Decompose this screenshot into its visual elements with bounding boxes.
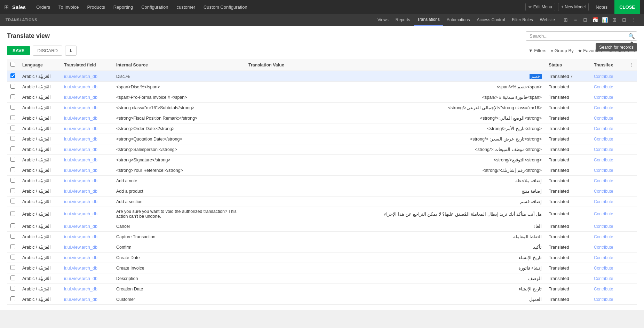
row-translation-value[interactable]: <strong>تاريخ عرض السعر: </strong>: [245, 134, 545, 144]
row-options[interactable]: [625, 155, 637, 165]
contribute-link[interactable]: Contribute: [594, 224, 613, 229]
search-icon[interactable]: 🔍: [628, 33, 635, 39]
row-checkbox[interactable]: [10, 255, 15, 259]
sec-link-filter-rules[interactable]: Filter Rules: [508, 14, 536, 26]
row-checkbox[interactable]: [10, 84, 15, 89]
contribute-link[interactable]: Contribute: [594, 126, 613, 131]
row-translation-value[interactable]: <strong>موظف المبيعات:</strong>: [245, 144, 545, 155]
contribute-link[interactable]: Contribute: [594, 95, 613, 100]
row-options[interactable]: [625, 144, 637, 155]
row-translation-value[interactable]: تأكيد: [245, 242, 545, 253]
row-translation-value[interactable]: الغاء: [245, 221, 545, 232]
row-checkbox-cell[interactable]: [7, 186, 19, 197]
nav-orders[interactable]: Orders: [32, 0, 54, 14]
row-transifex[interactable]: Contribute: [590, 232, 625, 242]
row-transifex[interactable]: Contribute: [590, 273, 625, 284]
row-checkbox[interactable]: [10, 234, 15, 239]
row-status[interactable]: Translated: [545, 242, 590, 253]
th-translation-value[interactable]: Translation Value: [245, 59, 545, 71]
sec-link-automations[interactable]: Automations: [443, 14, 474, 26]
row-checkbox[interactable]: [10, 115, 15, 120]
new-model-button[interactable]: + New Model: [558, 3, 589, 11]
row-checkbox-cell[interactable]: [7, 253, 19, 263]
close-button[interactable]: CLOSE: [614, 0, 640, 14]
row-checkbox-cell[interactable]: [7, 232, 19, 242]
row-transifex[interactable]: Contribute: [590, 176, 625, 186]
row-checkbox[interactable]: [10, 188, 15, 193]
row-status[interactable]: Translated: [545, 273, 590, 284]
row-checkbox-cell[interactable]: [7, 294, 19, 305]
row-checkbox-cell[interactable]: [7, 284, 19, 294]
row-translation-value[interactable]: <span>فاتورة مبدئية # </span>: [245, 92, 545, 103]
row-options[interactable]: [625, 273, 637, 284]
row-checkbox-cell[interactable]: [7, 263, 19, 273]
row-checkbox-cell[interactable]: [7, 103, 19, 113]
th-internal-source[interactable]: Internal Source: [113, 59, 245, 71]
row-translation-value[interactable]: إضافة ملاحظة: [245, 176, 545, 186]
row-options[interactable]: [625, 242, 637, 253]
row-transifex[interactable]: Contribute: [590, 294, 625, 305]
row-translation-value[interactable]: <span>خصم.%</span>: [245, 82, 545, 92]
view-map-icon[interactable]: ⊟: [620, 15, 629, 24]
contribute-link[interactable]: Contribute: [594, 255, 613, 260]
row-transifex[interactable]: Contribute: [590, 134, 625, 144]
row-transifex[interactable]: Contribute: [590, 92, 625, 103]
row-checkbox-cell[interactable]: [7, 176, 19, 186]
save-button[interactable]: SAVE: [7, 46, 30, 55]
row-status[interactable]: Translated: [545, 155, 590, 165]
row-translation-value[interactable]: <strong>الوضع المالي:</strong>: [245, 113, 545, 123]
row-status[interactable]: Translated: [545, 253, 590, 263]
row-translation-value[interactable]: العميل: [245, 294, 545, 305]
row-checkbox[interactable]: [10, 73, 15, 78]
row-status[interactable]: Translated: [545, 232, 590, 242]
row-checkbox-cell[interactable]: [7, 92, 19, 103]
row-status[interactable]: Translated: [545, 134, 590, 144]
row-checkbox-cell[interactable]: [7, 134, 19, 144]
row-options[interactable]: [625, 71, 637, 82]
row-translation-value[interactable]: تاريخ الإنشاء: [245, 253, 545, 263]
row-checkbox-cell[interactable]: [7, 273, 19, 284]
nav-configuration[interactable]: Configuration: [137, 0, 172, 14]
row-options[interactable]: [625, 82, 637, 92]
row-checkbox[interactable]: [10, 223, 15, 228]
row-checkbox[interactable]: [10, 296, 15, 301]
row-checkbox-cell[interactable]: [7, 82, 19, 92]
row-checkbox-cell[interactable]: [7, 197, 19, 207]
row-transifex[interactable]: Contribute: [590, 165, 625, 176]
nav-custom-configuration[interactable]: Custom Configuration: [199, 0, 252, 14]
view-calendar-icon[interactable]: 📅: [590, 15, 599, 24]
contribute-link[interactable]: Contribute: [594, 199, 613, 204]
row-status[interactable]: Translated: [545, 144, 590, 155]
row-options[interactable]: [625, 186, 637, 197]
contribute-link[interactable]: Contribute: [594, 158, 613, 162]
contribute-link[interactable]: Contribute: [594, 168, 613, 173]
row-translation-value[interactable]: إضافة منتج: [245, 186, 545, 197]
th-checkbox[interactable]: [7, 59, 19, 71]
row-translation-value[interactable]: <strong>رقم إشارتك:</strong>: [245, 165, 545, 176]
row-checkbox[interactable]: [10, 211, 15, 216]
download-button[interactable]: ⬇: [65, 46, 77, 56]
row-checkbox[interactable]: [10, 157, 15, 162]
contribute-link[interactable]: Contribute: [594, 74, 613, 79]
row-transifex[interactable]: Contribute: [590, 284, 625, 294]
row-checkbox[interactable]: [10, 146, 15, 151]
row-translation-value[interactable]: <strong>التوقيع</strong>: [245, 155, 545, 165]
contribute-link[interactable]: Contribute: [594, 276, 613, 281]
row-transifex[interactable]: Contribute: [590, 71, 625, 82]
row-options[interactable]: [625, 232, 637, 242]
sec-link-access-control[interactable]: Access Control: [473, 14, 508, 26]
row-checkbox[interactable]: [10, 167, 15, 172]
contribute-link[interactable]: Contribute: [594, 297, 613, 302]
row-options[interactable]: [625, 207, 637, 221]
contribute-link[interactable]: Contribute: [594, 234, 613, 239]
view-grid-icon[interactable]: ⊟: [581, 15, 590, 24]
column-options-icon[interactable]: ⋮: [629, 62, 634, 68]
row-options[interactable]: [625, 176, 637, 186]
row-status[interactable]: Translated: [545, 197, 590, 207]
row-checkbox[interactable]: [10, 178, 15, 183]
contribute-link[interactable]: Contribute: [594, 147, 613, 152]
row-transifex[interactable]: Contribute: [590, 221, 625, 232]
row-status[interactable]: Translated: [545, 221, 590, 232]
row-options[interactable]: [625, 123, 637, 134]
discard-button[interactable]: DISCARD: [33, 46, 62, 56]
